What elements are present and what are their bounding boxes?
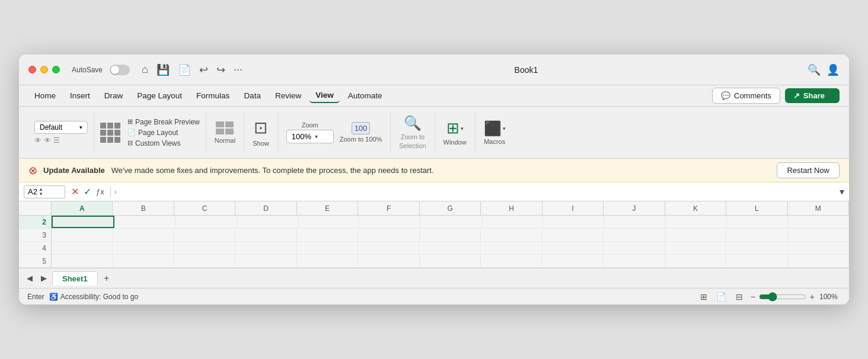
formula-expand-icon[interactable]: › [114, 188, 117, 196]
zoom-to-100-btn[interactable]: 100 Zoom to 100% [340, 122, 382, 143]
col-header-B[interactable]: B [113, 201, 174, 215]
home-icon[interactable]: ⌂ [139, 62, 151, 77]
cell-K3[interactable] [665, 229, 726, 241]
cell-A5[interactable] [52, 255, 113, 267]
col-header-H[interactable]: H [481, 201, 542, 215]
zoom-minus-icon[interactable]: − [751, 292, 755, 302]
col-header-G[interactable]: G [420, 201, 481, 215]
cell-J2[interactable] [604, 216, 665, 228]
cell-K4[interactable] [665, 242, 726, 254]
cell-D4[interactable] [235, 242, 296, 254]
cell-M4[interactable] [788, 242, 849, 254]
cell-M5[interactable] [788, 255, 849, 267]
search-icon[interactable]: 🔍 [808, 63, 821, 76]
page-break-preview-item[interactable]: ⊞ Page Break Preview [127, 118, 200, 126]
page-layout-view-item[interactable]: 📄 Page Layout [127, 129, 200, 137]
col-header-C[interactable]: C [174, 201, 235, 215]
menu-insert[interactable]: Insert [64, 89, 96, 102]
cell-H5[interactable] [481, 255, 542, 267]
col-header-M[interactable]: M [788, 201, 849, 215]
cell-H4[interactable] [481, 242, 542, 254]
cell-F3[interactable] [358, 229, 419, 241]
row-num-2[interactable]: 2 [19, 216, 52, 228]
cell-E5[interactable] [297, 255, 358, 267]
menu-automate[interactable]: Automate [342, 89, 388, 102]
more-icon[interactable]: ··· [231, 62, 245, 77]
share-button[interactable]: ↗ Share ▾ [785, 88, 840, 103]
cell-M3[interactable] [788, 229, 849, 241]
formula-confirm-icon[interactable]: ✓ [84, 186, 91, 197]
cell-ref-down-icon[interactable]: ▼ [39, 192, 43, 197]
cell-G3[interactable] [420, 229, 481, 241]
cell-E2[interactable] [298, 216, 359, 228]
zoom-slider[interactable] [759, 292, 806, 302]
menu-formulas[interactable]: Formulas [190, 89, 235, 102]
cell-F2[interactable] [359, 216, 420, 228]
save-as-icon[interactable]: 📄 [175, 62, 193, 78]
menu-page-layout[interactable]: Page Layout [131, 89, 188, 102]
sheet-tab-sheet1[interactable]: Sheet1 [52, 271, 98, 286]
cell-F5[interactable] [358, 255, 419, 267]
add-sheet-button[interactable]: + [100, 272, 113, 285]
autosave-toggle[interactable] [110, 65, 130, 75]
cell-F4[interactable] [358, 242, 419, 254]
cell-B4[interactable] [113, 242, 174, 254]
cell-L5[interactable] [726, 255, 787, 267]
cell-C5[interactable] [174, 255, 235, 267]
col-header-F[interactable]: F [358, 201, 419, 215]
menu-draw[interactable]: Draw [98, 89, 129, 102]
formula-fx-icon[interactable]: ƒx [96, 187, 104, 196]
cell-I2[interactable] [543, 216, 604, 228]
menu-review[interactable]: Review [269, 89, 307, 102]
redo-icon[interactable]: ↪ [214, 62, 228, 78]
sheet-nav-right-icon[interactable]: ▶ [38, 273, 50, 284]
cell-I3[interactable] [542, 229, 604, 241]
sheet-nav-left-icon[interactable]: ◀ [24, 273, 36, 284]
zoom-plus-icon[interactable]: + [810, 292, 815, 302]
cell-C2[interactable] [175, 216, 237, 228]
col-header-A[interactable]: A [52, 201, 113, 215]
cell-G4[interactable] [420, 242, 481, 254]
person-icon[interactable]: 👤 [826, 63, 840, 76]
cell-L3[interactable] [726, 229, 787, 241]
row-num-3[interactable]: 3 [19, 229, 52, 241]
col-header-L[interactable]: L [726, 201, 787, 215]
cell-I4[interactable] [542, 242, 604, 254]
row-num-5[interactable]: 5 [19, 255, 52, 267]
cell-B5[interactable] [113, 255, 174, 267]
col-header-J[interactable]: J [604, 201, 665, 215]
custom-views-item[interactable]: ⊟ Custom Views [127, 139, 200, 148]
page-break-btn[interactable]: ⊟ [733, 290, 746, 303]
menu-view[interactable]: View [309, 88, 340, 103]
cell-D2[interactable] [237, 216, 298, 228]
cell-K5[interactable] [665, 255, 726, 267]
cell-B2[interactable] [114, 216, 175, 228]
col-header-I[interactable]: I [542, 201, 604, 215]
page-layout-btn[interactable]: 📄 [715, 290, 728, 303]
cell-H3[interactable] [481, 229, 542, 241]
fullscreen-button[interactable] [52, 66, 60, 73]
cell-K2[interactable] [665, 216, 726, 228]
cell-I5[interactable] [542, 255, 604, 267]
cell-A4[interactable] [52, 242, 113, 254]
cell-reference-box[interactable]: A2 ▲ ▼ [24, 185, 65, 198]
col-header-D[interactable]: D [235, 201, 296, 215]
col-header-E[interactable]: E [297, 201, 358, 215]
col-header-K[interactable]: K [665, 201, 726, 215]
formula-bar-dropdown-icon[interactable]: ▾ [840, 186, 844, 197]
cell-M2[interactable] [788, 216, 849, 228]
list-icon[interactable]: ☰ [53, 136, 60, 145]
menu-data[interactable]: Data [238, 89, 267, 102]
normal-view-btn[interactable]: ⊞ [697, 290, 710, 303]
zoom-dropdown[interactable]: 100% ▾ [286, 130, 334, 143]
restart-now-button[interactable]: Restart Now [777, 162, 840, 178]
row-num-4[interactable]: 4 [19, 242, 52, 254]
cell-J4[interactable] [604, 242, 665, 254]
cell-C4[interactable] [174, 242, 235, 254]
close-button[interactable] [28, 66, 36, 73]
cell-A2[interactable] [52, 216, 114, 228]
menu-home[interactable]: Home [28, 89, 62, 102]
cell-D5[interactable] [235, 255, 296, 267]
minimize-button[interactable] [40, 66, 48, 73]
comments-button[interactable]: 💬 Comments [712, 88, 780, 104]
